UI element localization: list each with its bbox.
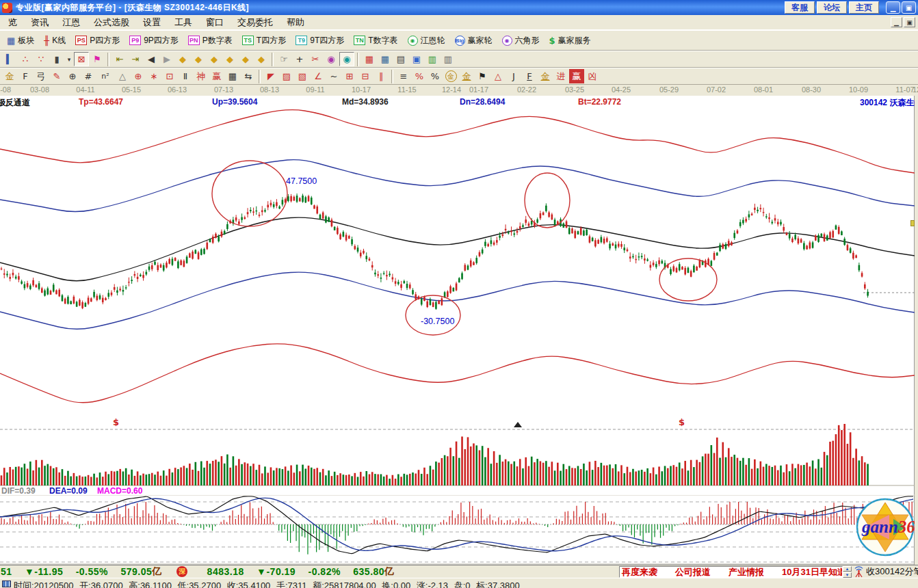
tool1-button-17[interactable]: ◆ bbox=[254, 52, 269, 66]
tool2-button-29[interactable]: 金 bbox=[443, 69, 458, 83]
mdi-minimize-button[interactable]: ▁ bbox=[891, 17, 902, 27]
scroll-marker[interactable] bbox=[910, 220, 915, 226]
product-label-1: K线 bbox=[52, 35, 66, 46]
minimize-button[interactable]: ▁ bbox=[886, 1, 900, 14]
spinner-up-button[interactable]: ▲ bbox=[843, 566, 852, 572]
tool1-button-21[interactable]: ✂ bbox=[308, 52, 323, 66]
product-button-3[interactable]: P99P四方形 bbox=[124, 34, 183, 48]
tool2-button-36[interactable]: 进 bbox=[553, 69, 568, 83]
quicklink-2[interactable]: 主页 bbox=[849, 1, 879, 14]
menu-item-1[interactable]: 资讯 bbox=[24, 15, 55, 30]
tool1-button-12[interactable]: ◆ bbox=[175, 52, 190, 66]
tool2-button-24[interactable]: ∥ bbox=[373, 69, 389, 83]
tool1-button-2[interactable]: ∵ bbox=[34, 52, 49, 66]
product-button-7[interactable]: TNT数字表 bbox=[349, 34, 402, 48]
tool2-button-4[interactable]: ⊕ bbox=[65, 69, 80, 83]
tool2-button-27[interactable]: % bbox=[412, 69, 427, 83]
menu-item-7[interactable]: 交易委托 bbox=[231, 15, 280, 30]
tool1-button-11[interactable]: ▶ bbox=[159, 52, 174, 66]
menu-item-2[interactable]: 江恩 bbox=[55, 15, 87, 30]
restore-button[interactable]: ▣ bbox=[902, 1, 916, 14]
tool2-button-30[interactable]: 金 bbox=[459, 69, 474, 83]
spinner-down-button[interactable]: ▼ bbox=[843, 572, 852, 578]
tool1-button-3[interactable]: ▮ bbox=[49, 52, 64, 66]
product-button-9[interactable]: Big赢家轮 bbox=[450, 34, 497, 48]
tool2-button-2[interactable]: 弓 bbox=[34, 69, 49, 83]
tool1-button-28[interactable]: ▣ bbox=[409, 52, 424, 66]
product-button-4[interactable]: PNP数字表 bbox=[183, 34, 237, 48]
tool2-button-21[interactable]: ~ bbox=[326, 69, 341, 83]
tool2-button-33[interactable]: J bbox=[506, 69, 521, 83]
mdi-restore-button[interactable]: ▣ bbox=[904, 17, 915, 27]
tool2-button-8[interactable]: ⊕ bbox=[131, 69, 146, 83]
tool1-button-15[interactable]: ◆ bbox=[222, 52, 237, 66]
tool1-button-8[interactable]: ⇤ bbox=[112, 52, 127, 66]
tool2-button-13[interactable]: 赢 bbox=[209, 69, 224, 83]
product-button-0[interactable]: ▦板块 bbox=[2, 34, 39, 48]
menu-item-6[interactable]: 窗口 bbox=[199, 15, 231, 30]
tool1-button-16[interactable]: ◆ bbox=[238, 52, 253, 66]
menu-item-3[interactable]: 公式选股 bbox=[87, 15, 136, 30]
tool2-button-31[interactable]: ⚑ bbox=[475, 69, 490, 83]
tool2-button-10[interactable]: ⊡ bbox=[162, 69, 177, 83]
tool2-button-1[interactable]: F bbox=[18, 69, 33, 83]
tool2-button-32[interactable]: △ bbox=[490, 69, 506, 83]
tool2-button-7[interactable]: △ bbox=[115, 69, 130, 83]
index-sz-quote: 8483.18 ▼-70.19 -0.82% 635.80 bbox=[194, 566, 384, 577]
tool1-button-27[interactable]: ▤ bbox=[393, 52, 408, 66]
tool1-button-6[interactable]: ⚑ bbox=[90, 52, 105, 66]
menu-item-5[interactable]: 工具 bbox=[168, 15, 199, 30]
tool1-button-26[interactable]: ▦ bbox=[378, 52, 393, 66]
quicklink-1[interactable]: 论坛 bbox=[817, 1, 847, 14]
tool1-button-0[interactable]: ▍ bbox=[2, 52, 17, 66]
tool1-button-29[interactable]: ▥ bbox=[425, 52, 440, 66]
tool2-button-0[interactable]: 金 bbox=[2, 69, 17, 83]
product-button-5[interactable]: TST四方形 bbox=[237, 34, 291, 48]
tool2-button-23[interactable]: ⊟ bbox=[358, 69, 373, 83]
tool2-button-28[interactable]: % bbox=[428, 69, 443, 83]
tool1-button-10[interactable]: ◀ bbox=[144, 52, 159, 66]
tool2-button-14[interactable]: ▦ bbox=[225, 69, 240, 83]
tool2-button-19[interactable]: ▧ bbox=[295, 69, 310, 83]
product-button-8[interactable]: ◉江恩轮 bbox=[403, 34, 450, 48]
news-ticker[interactable]: 再度来袭 公司报道 产业情报 10月31日早知道 国家海洋局发文 海岛整治修复蕴… bbox=[619, 566, 843, 578]
product-button-2[interactable]: PSP四方形 bbox=[70, 34, 124, 48]
tool1-button-1[interactable]: ∴ bbox=[18, 52, 33, 66]
tool1-button-14[interactable]: ◆ bbox=[207, 52, 222, 66]
tool2-button-37[interactable]: 赢 bbox=[569, 69, 584, 83]
product-button-10[interactable]: ◉六角形 bbox=[497, 34, 545, 48]
menu-item-8[interactable]: 帮助 bbox=[280, 15, 311, 30]
tool1-button-13[interactable]: ◆ bbox=[191, 52, 206, 66]
tool1-button-9[interactable]: ⇥ bbox=[128, 52, 143, 66]
tool2-button-34[interactable]: F bbox=[522, 69, 537, 83]
tool2-button-3[interactable]: ✎ bbox=[49, 69, 64, 83]
quicklink-0[interactable]: 客服 bbox=[785, 1, 815, 14]
tool1-button-23[interactable]: ◉ bbox=[339, 52, 354, 66]
tool1-button-25[interactable]: ▦ bbox=[362, 52, 377, 66]
tool2-button-5[interactable]: # bbox=[81, 69, 96, 83]
product-button-6[interactable]: T99T四方形 bbox=[291, 34, 349, 48]
menu-item-4[interactable]: 设置 bbox=[136, 15, 168, 30]
tool2-button-6[interactable]: n² bbox=[96, 69, 114, 83]
tool2-button-22[interactable]: ⊞ bbox=[342, 69, 357, 83]
tool2-button-26[interactable]: ≡ bbox=[396, 69, 411, 83]
main-chart[interactable]: $$ 极反通道Tp=43.6647Up=39.5604Md=34.8936Dn=… bbox=[0, 96, 915, 565]
tool2-button-20[interactable]: ∠ bbox=[311, 69, 326, 83]
tool2-button-15[interactable]: ⇆ bbox=[241, 69, 256, 83]
tool1-button-4[interactable]: ▾ bbox=[65, 52, 73, 66]
tool2-button-38[interactable]: 凶 bbox=[585, 69, 600, 83]
tool2-button-12[interactable]: 神 bbox=[194, 69, 209, 83]
tool2-button-18[interactable]: ▨ bbox=[279, 69, 294, 83]
tool1-button-20[interactable]: + bbox=[292, 52, 307, 66]
tool2-button-35[interactable]: 金 bbox=[538, 69, 553, 83]
tool2-button-11[interactable]: Ⅱ bbox=[178, 69, 193, 83]
tool1-button-19[interactable]: ☞ bbox=[276, 52, 291, 66]
tool1-button-22[interactable]: ◉ bbox=[324, 52, 339, 66]
tool2-button-9[interactable]: ∗ bbox=[146, 69, 161, 83]
product-button-1[interactable]: ╫K线 bbox=[39, 34, 70, 48]
tool1-button-30[interactable]: ▥ bbox=[441, 52, 456, 66]
tool2-button-17[interactable]: ◤ bbox=[263, 69, 278, 83]
tool1-button-5[interactable]: ⊠ bbox=[74, 52, 89, 66]
product-button-11[interactable]: $赢家服务 bbox=[545, 34, 596, 48]
menu-item-0[interactable]: 览 bbox=[1, 15, 24, 30]
